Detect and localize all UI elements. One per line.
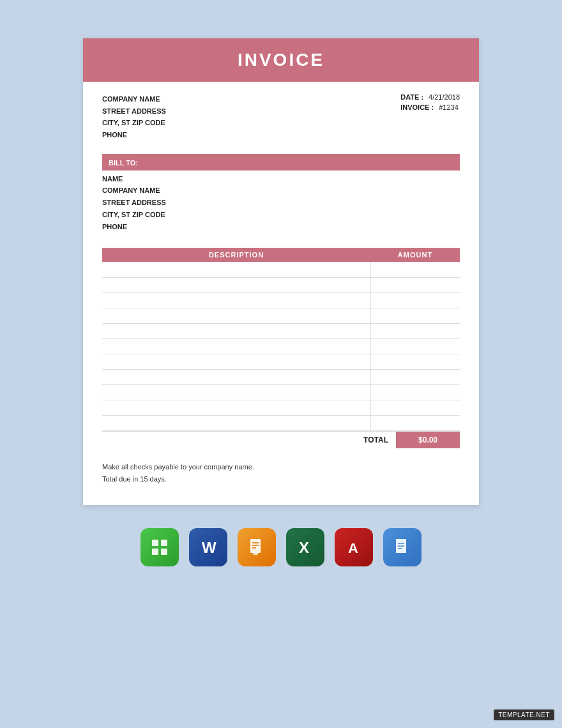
total-row: TOTAL $0.00 [102,431,460,448]
bill-to-company: COMPANY NAME [102,185,460,197]
table-row [102,292,460,308]
invoice-num-label: INVOICE : [400,103,434,111]
invoice-num-row: INVOICE : #1234 [400,103,459,111]
svg-text:W: W [202,539,216,556]
sender-company: COMPANY NAME [102,93,166,105]
svg-rect-0 [152,540,158,546]
table-row [102,338,460,354]
bill-to-phone: PHONE [102,221,460,233]
svg-rect-5 [250,539,261,553]
table-row [102,400,460,415]
app-icon-word[interactable]: W [189,528,227,566]
sender-phone: PHONE [102,129,166,141]
table-row [102,308,460,323]
footer-line1: Make all checks payable to your company … [102,461,460,474]
sender-street: STREET ADDRESS [102,105,166,118]
invoice-num-value: #1234 [439,103,459,111]
table-row [102,369,460,384]
sender-section: COMPANY NAME STREET ADDRESS CITY, ST ZIP… [83,82,479,148]
bill-to-street: STREET ADDRESS [102,197,460,209]
svg-rect-6 [253,553,258,555]
bill-to-name: NAME [102,173,460,185]
total-value: $0.00 [396,432,460,448]
table-row [102,277,460,292]
bill-to-label: BILL TO: [109,159,138,167]
table-row [102,323,460,338]
invoice-header: INVOICE [83,38,479,82]
footer-notes: Make all checks payable to your company … [83,448,479,506]
app-icon-numbers[interactable] [140,528,179,566]
invoice-meta: DATE : 4/21/2018 INVOICE : #1234 [400,93,460,141]
sender-city: CITY, ST ZIP CODE [102,117,166,129]
sender-info: COMPANY NAME STREET ADDRESS CITY, ST ZIP… [102,93,166,141]
invoice-document: INVOICE COMPANY NAME STREET ADDRESS CITY… [83,38,479,505]
date-label: DATE : [400,93,423,101]
total-label: TOTAL [102,432,396,448]
app-icons-row: WXA [140,528,422,566]
app-icon-gdocs[interactable] [383,528,422,566]
bill-to-body: NAME COMPANY NAME STREET ADDRESS CITY, S… [83,171,479,241]
app-icon-acrobat[interactable]: A [335,528,373,566]
svg-rect-1 [161,540,167,546]
table-row [102,262,460,277]
col-amount: AMOUNT [370,248,460,262]
table-row [102,354,460,369]
bill-to-header-bar: BILL TO: [102,154,460,171]
bill-to-city: CITY, ST ZIP CODE [102,209,460,221]
svg-rect-3 [161,549,167,555]
svg-text:A: A [348,540,358,556]
footer-line2: Total due in 15 days. [102,473,460,486]
app-icon-excel[interactable]: X [286,528,324,566]
svg-text:X: X [299,539,309,556]
template-badge: TEMPLATE.NET [494,709,554,720]
col-description: DESCRIPTION [102,248,370,262]
svg-rect-2 [152,549,158,555]
date-row: DATE : 4/21/2018 [400,93,460,101]
table-row [102,384,460,400]
date-value: 4/21/2018 [429,93,460,101]
items-table: DESCRIPTION AMOUNT [102,248,460,431]
app-icon-pages[interactable] [238,528,276,566]
invoice-title: INVOICE [83,50,479,70]
table-row [102,415,460,430]
